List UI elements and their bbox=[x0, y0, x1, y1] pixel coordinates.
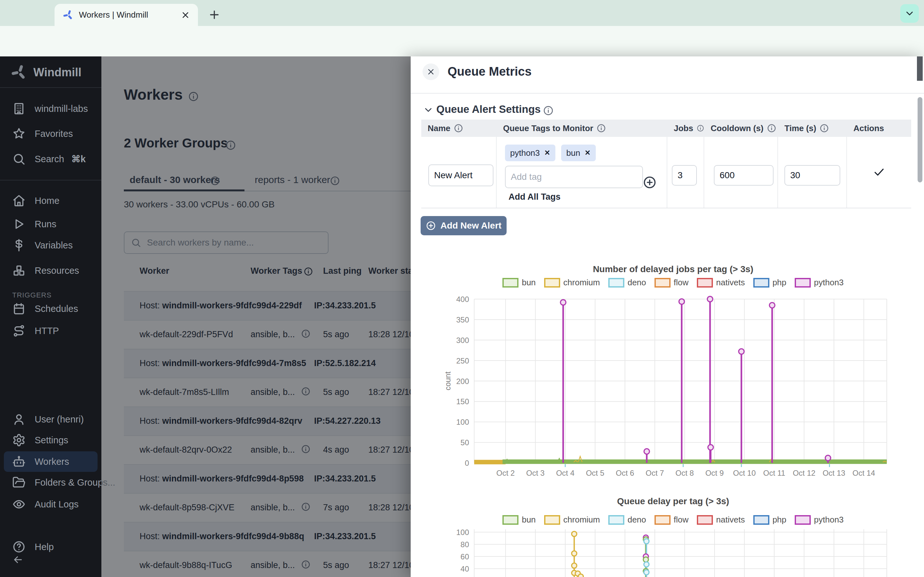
user-icon bbox=[12, 413, 26, 426]
drawer-close-button[interactable] bbox=[423, 63, 439, 80]
chart1-legend: bunchromiumdenoflownativetsphppython3 bbox=[442, 277, 904, 287]
svg-text:150: 150 bbox=[456, 397, 469, 406]
svg-text:250: 250 bbox=[456, 356, 469, 365]
tab-close-icon[interactable] bbox=[181, 10, 190, 20]
windmill-logo-text: Windmill bbox=[33, 66, 81, 79]
new-tab-button[interactable] bbox=[208, 8, 221, 21]
legend-swatch bbox=[502, 278, 519, 287]
scrollbar-thumb-top[interactable] bbox=[917, 56, 923, 81]
svg-text:Oct 13: Oct 13 bbox=[822, 469, 845, 477]
svg-text:Oct 11: Oct 11 bbox=[763, 469, 785, 477]
tab-title: Workers | Windmill bbox=[79, 10, 148, 20]
sidebar-item-runs[interactable]: Runs bbox=[0, 214, 102, 234]
cooldown-info-icon[interactable] bbox=[767, 123, 776, 133]
sidebar-item-settings[interactable]: Settings bbox=[0, 430, 102, 450]
remove-tag-icon[interactable]: ✕ bbox=[585, 149, 590, 157]
legend-python3[interactable]: python3 bbox=[795, 515, 844, 525]
legend-nativets[interactable]: nativets bbox=[697, 515, 745, 525]
time-info-icon[interactable] bbox=[819, 123, 829, 133]
legend-bun[interactable]: bun bbox=[502, 277, 535, 287]
route-icon bbox=[12, 324, 26, 338]
svg-text:300: 300 bbox=[456, 336, 469, 345]
legend-swatch bbox=[502, 515, 519, 525]
chevron-down-icon bbox=[904, 8, 915, 19]
svg-text:Oct 14: Oct 14 bbox=[853, 469, 875, 477]
sidebar-item-resources[interactable]: Resources bbox=[0, 260, 102, 281]
legend-deno[interactable]: deno bbox=[608, 515, 646, 525]
sidebar-item-audit-logs[interactable]: Audit Logs bbox=[0, 494, 102, 514]
add-all-tags-link[interactable]: Add All Tags bbox=[509, 192, 561, 202]
tag-chip-bun[interactable]: bun✕ bbox=[561, 145, 596, 161]
legend-php[interactable]: php bbox=[753, 515, 787, 525]
browser-toolbar: app.windmill.dev/workers bbox=[0, 26, 924, 57]
browser-tab[interactable]: Workers | Windmill bbox=[55, 4, 198, 26]
alert-name-input[interactable] bbox=[428, 164, 493, 186]
name-info-icon[interactable] bbox=[454, 123, 463, 133]
sidebar-divider bbox=[0, 180, 102, 181]
sidebar-item-home[interactable]: Home bbox=[0, 190, 102, 211]
tag-chip-python3[interactable]: python3✕ bbox=[505, 145, 556, 161]
bot-icon bbox=[12, 455, 26, 468]
sidebar-item-schedules[interactable]: Schedules bbox=[0, 298, 102, 319]
alert-settings-title: Queue Alert Settings bbox=[436, 103, 541, 115]
confirm-check-icon[interactable] bbox=[873, 166, 885, 179]
legend-swatch bbox=[608, 515, 624, 525]
legend-chromium[interactable]: chromium bbox=[544, 515, 600, 525]
sidebar-item-http[interactable]: HTTP bbox=[0, 321, 102, 341]
collapse-sidebar-icon[interactable] bbox=[12, 554, 24, 566]
gear-icon bbox=[12, 434, 26, 447]
play-icon bbox=[12, 218, 26, 231]
legend-bun[interactable]: bun bbox=[502, 515, 535, 525]
eye-icon bbox=[12, 498, 26, 511]
remove-tag-icon[interactable]: ✕ bbox=[544, 149, 550, 157]
jobs-info-icon[interactable] bbox=[696, 123, 704, 133]
sidebar-item-workers[interactable]: Workers bbox=[4, 451, 97, 472]
tab-search-chevron-button[interactable] bbox=[900, 4, 919, 23]
legend-chromium[interactable]: chromium bbox=[544, 277, 600, 287]
sidebar-collapse[interactable] bbox=[0, 552, 102, 568]
tag-chips: python3✕bun✕ bbox=[505, 145, 596, 161]
queue-delay-chart: 406080100 bbox=[442, 527, 904, 577]
alert-settings-info-icon[interactable] bbox=[543, 105, 554, 116]
svg-text:60: 60 bbox=[460, 552, 469, 561]
legend-nativets[interactable]: nativets bbox=[697, 277, 745, 287]
cooldown-input[interactable] bbox=[714, 165, 774, 185]
drawer-scrollbar-thumb[interactable] bbox=[918, 97, 922, 182]
sidebar-logo[interactable]: Windmill bbox=[0, 62, 102, 83]
legend-swatch bbox=[654, 278, 670, 287]
time-input[interactable] bbox=[784, 165, 840, 185]
legend-flow[interactable]: flow bbox=[654, 277, 688, 287]
plus-circle-icon bbox=[426, 221, 436, 231]
hdr-tags: Queue Tags to Monitor bbox=[503, 123, 593, 133]
svg-text:Oct 12: Oct 12 bbox=[793, 469, 816, 477]
jobs-input[interactable] bbox=[672, 165, 697, 185]
sidebar-item-search[interactable]: Search⌘k bbox=[0, 149, 102, 169]
hdr-time: Time (s) bbox=[784, 123, 816, 133]
sidebar-item-variables[interactable]: Variables bbox=[0, 235, 102, 255]
sidebar-item-favorites[interactable]: Favorites bbox=[0, 123, 102, 144]
sidebar-item-folders-groups[interactable]: Folders & Groups... bbox=[0, 472, 102, 493]
sidebar-item-windmill-labs[interactable]: windmill-labs bbox=[0, 98, 102, 119]
hdr-name: Name bbox=[428, 123, 451, 133]
windmill-favicon-icon bbox=[63, 10, 74, 21]
add-new-alert-button[interactable]: Add New Alert bbox=[421, 216, 507, 235]
svg-text:Oct 6: Oct 6 bbox=[615, 469, 634, 477]
section-collapse-icon[interactable] bbox=[423, 105, 434, 115]
add-tag-plus-icon[interactable] bbox=[643, 175, 657, 189]
sidebar: Windmill windmill-labsFavoritesSearch⌘kH… bbox=[0, 56, 102, 577]
legend-swatch bbox=[697, 278, 713, 287]
legend-deno[interactable]: deno bbox=[608, 277, 646, 287]
svg-text:350: 350 bbox=[456, 316, 469, 324]
sidebar-item-user-henri[interactable]: User (henri) bbox=[0, 409, 102, 430]
svg-text:Oct 7: Oct 7 bbox=[646, 469, 664, 477]
delayed-jobs-chart: 050100150200250300350400Oct 2Oct 3Oct 4O… bbox=[442, 290, 904, 483]
svg-text:40: 40 bbox=[460, 564, 469, 573]
legend-flow[interactable]: flow bbox=[654, 515, 688, 525]
legend-python3[interactable]: python3 bbox=[795, 277, 844, 287]
hdr-cooldown: Cooldown (s) bbox=[711, 123, 764, 133]
legend-swatch bbox=[753, 515, 769, 525]
legend-swatch bbox=[608, 278, 624, 287]
add-tag-input[interactable] bbox=[505, 166, 643, 188]
tags-info-icon[interactable] bbox=[596, 123, 606, 133]
legend-php[interactable]: php bbox=[753, 277, 787, 287]
